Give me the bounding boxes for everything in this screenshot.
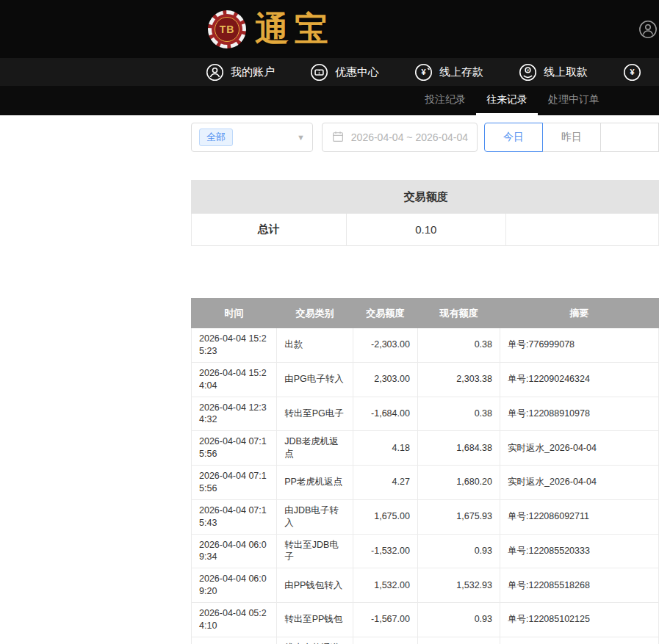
nav-item-my-account[interactable]: 我的账户 <box>206 63 275 82</box>
table-cell: 0.38 <box>417 397 500 431</box>
content-area: 全部 ▼ 2026-04-04 ~ 2026-04-04 今日 昨日 <box>191 123 659 644</box>
table-cell: 1,680.20 <box>417 466 500 500</box>
transactions-table: 时间 交易类别 交易额度 现有额度 摘要 2026-04-04 15:25:23… <box>191 298 659 644</box>
filter-bar: 全部 ▼ 2026-04-04 ~ 2026-04-04 今日 昨日 <box>191 123 659 152</box>
summary-header-cut <box>505 181 658 214</box>
table-cell: 0.93 <box>417 603 500 637</box>
table-row: 2026-04-04 06:09:20由PP钱包转入1,532.001,532.… <box>192 568 659 603</box>
nav-item-promotions[interactable]: 优惠中心 <box>310 63 379 82</box>
table-cell: 2026-04-04 07:15:56 <box>192 431 277 466</box>
summary-total-cut <box>505 214 658 246</box>
table-cell: 2026-04-04 05:24:10 <box>192 603 277 637</box>
col-amount: 交易额度 <box>353 299 417 328</box>
table-cell: 出款 <box>277 328 353 363</box>
table-cell: 实时返水_2026-04-04 <box>500 466 659 500</box>
table-cell: 14.43 <box>353 637 417 644</box>
table-row: 2026-04-04 15:25:23出款-2,303.000.38单号:776… <box>192 328 659 363</box>
table-cell: 2026-04-04 05:22:02 <box>192 637 277 644</box>
table-cell: 单号:776999078 <box>500 328 659 363</box>
quick-range-group: 今日 昨日 <box>484 123 659 152</box>
extra-range-button[interactable] <box>600 123 659 152</box>
table-cell: 2026-04-04 07:15:56 <box>192 466 277 500</box>
nav-item-label: 优惠中心 <box>335 65 379 79</box>
table-cell: 2,303.38 <box>417 362 500 397</box>
withdraw-icon: ¥ <box>519 63 537 82</box>
nav-item-deposit[interactable]: ¥ 线上存款 <box>414 63 483 82</box>
brand-logo[interactable]: TB 通宝 <box>208 7 334 52</box>
summary-header-row: 交易额度 <box>192 181 659 214</box>
table-cell: 0.38 <box>417 328 500 363</box>
table-cell: 4.18 <box>353 431 417 466</box>
table-cell: 转出至PP钱包 <box>277 603 353 637</box>
table-cell: 1,675.00 <box>353 499 417 534</box>
selected-type-tag[interactable]: 全部 <box>199 129 233 146</box>
summary-header-blank <box>192 181 347 214</box>
tab-processing-orders[interactable]: 处理中订单 <box>538 86 610 115</box>
table-cell: 2026-04-04 12:34:32 <box>192 397 277 431</box>
table-cell: -2,303.00 <box>353 328 417 363</box>
table-cell: 由PP钱包转入 <box>277 568 353 603</box>
table-cell: -1,684.00 <box>353 397 417 431</box>
table-cell: 实时返水_2026-04-04 <box>500 431 659 466</box>
table-cell: 单号:122085520333 <box>500 534 659 568</box>
transactions-tbody: 2026-04-04 15:25:23出款-2,303.000.38单号:776… <box>192 328 659 644</box>
nav-item-withdraw[interactable]: ¥ 线上取款 <box>519 63 588 82</box>
summary-table: 交易额度 总计 0.10 <box>191 180 659 246</box>
date-range-input[interactable]: 2026-04-04 ~ 2026-04-04 <box>322 123 478 152</box>
svg-text:¥: ¥ <box>630 68 635 76</box>
table-cell: 1,675.93 <box>417 499 500 534</box>
promo-icon <box>310 63 328 82</box>
transactions-header-row: 时间 交易类别 交易额度 现有额度 摘要 <box>192 299 659 328</box>
table-cell: 1,532.93 <box>417 568 500 603</box>
today-button[interactable]: 今日 <box>484 123 543 152</box>
type-select[interactable]: 全部 ▼ <box>191 123 313 152</box>
table-cell: 2026-04-04 15:24:04 <box>192 362 277 397</box>
nav-item-label: 线上存款 <box>439 65 483 79</box>
table-cell: 2026-04-04 15:25:23 <box>192 328 277 363</box>
table-cell: PP老虎机返点 <box>277 466 353 500</box>
table-row: 2026-04-04 07:15:56JDB老虎机返点4.181,684.38实… <box>192 431 659 466</box>
yesterday-button[interactable]: 昨日 <box>542 123 601 152</box>
table-cell: 单号:122088910978 <box>500 397 659 431</box>
table-row: 2026-04-04 06:09:34转出至JDB电子-1,532.000.93… <box>192 534 659 568</box>
table-row: 2026-04-04 05:24:10转出至PP钱包-1,567.000.93单… <box>192 603 659 637</box>
col-summary: 摘要 <box>500 299 659 328</box>
nav-item-label: 我的账户 <box>231 65 275 79</box>
nav-item-transfer[interactable]: ¥ <box>623 63 648 82</box>
deposit-icon: ¥ <box>414 63 433 82</box>
summary-total-label: 总计 <box>192 214 347 246</box>
tab-transaction-records[interactable]: 往来记录 <box>476 86 538 115</box>
table-cell: 2026-04-04 06:09:34 <box>192 534 277 568</box>
main-nav: 我的账户 优惠中心 ¥ 线上存款 ¥ <box>0 58 659 86</box>
table-row: 2026-04-04 07:15:43由JDB电子转入1,675.001,675… <box>192 499 659 534</box>
table-cell: 0.93 <box>417 534 500 568</box>
brand-name: 通宝 <box>255 7 334 52</box>
table-cell: -1,567.00 <box>353 603 417 637</box>
top-bar: TB 通宝 <box>0 0 659 58</box>
tab-betting-records[interactable]: 投注纪录 <box>414 86 476 115</box>
user-avatar-icon[interactable] <box>638 20 658 39</box>
table-row: 2026-04-04 07:15:56PP老虎机返点4.271,680.20实时… <box>192 466 659 500</box>
poker-chip-icon: TB <box>208 10 246 48</box>
table-cell: 线上存款通道优惠 <box>277 637 353 644</box>
summary-header-amount: 交易额度 <box>346 181 505 214</box>
table-cell: 1,684.38 <box>417 431 500 466</box>
chip-badge: TB <box>215 17 240 42</box>
table-cell: 由JDB电子转入 <box>277 499 353 534</box>
table-row: 2026-04-04 15:24:04由PG电子转入2,303.002,303.… <box>192 362 659 397</box>
chevron-down-icon: ▼ <box>297 133 305 142</box>
record-tabs: 投注纪录 往来记录 处理中订单 <box>0 86 659 115</box>
table-cell: 单号:2026040444247791 <box>500 637 659 644</box>
date-range-value: 2026-04-04 ~ 2026-04-04 <box>351 131 468 143</box>
col-balance: 现有额度 <box>417 299 500 328</box>
table-cell: 2026-04-04 06:09:20 <box>192 568 277 603</box>
table-cell: 转出至JDB电子 <box>277 534 353 568</box>
table-cell: 1,532.00 <box>353 568 417 603</box>
table-cell: 2,303.00 <box>353 362 417 397</box>
table-row: 2026-04-04 12:34:32转出至PG电子-1,684.000.38单… <box>192 397 659 431</box>
transfer-icon: ¥ <box>623 63 641 82</box>
svg-text:¥: ¥ <box>421 68 426 76</box>
table-cell: 2026-04-04 07:15:43 <box>192 499 277 534</box>
user-icon <box>206 63 224 82</box>
table-cell: 单号:122085518268 <box>500 568 659 603</box>
